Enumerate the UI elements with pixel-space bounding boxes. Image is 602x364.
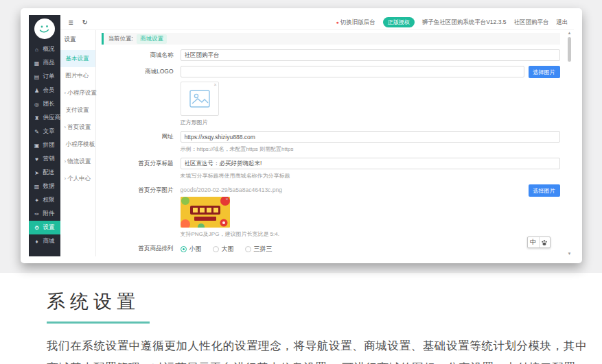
switch-old-label: 切换旧版后台 [340,19,375,25]
breadcrumb-current[interactable]: 商城设置 [137,34,167,44]
sidebar-item-leader[interactable]: ◎团长 [29,97,60,111]
submenu-item-miniprogram-template[interactable]: 小程序模板 [60,136,95,153]
page-title: 系统设置 [47,289,587,314]
sidebar-item-label: 商品 [43,59,55,67]
submenu-item-basic-settings[interactable]: 基本设置 [60,50,95,67]
submenu-header: 设置 [60,34,95,50]
license-badge[interactable]: 正版授权 [383,17,415,27]
mall-name-label: 商城名称 [102,49,181,61]
members-icon: ♟ [34,88,40,94]
sidebar-item-supplier[interactable]: ♜供应商 [29,111,60,125]
radio-label: 小图 [189,245,202,254]
goods-layout-label: 首页商品排列 [102,243,181,254]
sidebar-item-attachment[interactable]: ✑附件 [29,207,60,221]
home-icon: ⌂ [34,47,40,53]
image-placeholder-icon [189,90,210,108]
sidebar-item-orders[interactable]: ▤订单 [29,70,60,84]
hamburger-icon[interactable]: ≡ [69,18,73,27]
platform-name-label: 社区团购平台 [514,19,549,27]
switch-old-version-link[interactable]: ●切换旧版后台 [336,19,375,27]
submenu-item-profile-center[interactable]: ›个人中心 [60,170,95,187]
mall-name-input[interactable] [181,49,560,61]
translate-widget: 中 [527,236,551,248]
leader-icon: ◎ [34,101,40,108]
mall-logo-input[interactable] [181,66,524,77]
sidebar-item-delivery[interactable]: ➤配送 [29,166,60,180]
radio-label: 大图 [222,245,234,254]
chevron-right-icon: › [65,124,67,130]
submenu-item-label: 基本设置 [66,55,89,63]
share-image-preview[interactable]: × [181,197,230,228]
permission-icon: ✦ [34,197,40,204]
attachment-icon: ✑ [34,211,40,217]
submenu-item-label: 小程序设置 [67,89,97,97]
logo-caption: 正方形图片 [181,119,560,126]
article-section: 系统设置 我们在系统设置中遵循更加人性化的设置理念，将导航设置、商城设置、基础设… [0,273,602,364]
scrollbar-thumb[interactable] [568,37,571,62]
chevron-right-icon: › [65,158,67,165]
screenshot-band: ⌂概况 ▦商品 ▤订单 ♟会员 ◎团长 ♜供应商 ✎文章 ▣拼团 ♥营销 ➤配送… [0,0,602,273]
screenshot-card: ⌂概况 ▦商品 ▤订单 ♟会员 ◎团长 ♜供应商 ✎文章 ▣拼团 ♥营销 ➤配送… [21,8,582,263]
submenu-item-label: 物流设置 [67,158,91,166]
submenu-item-image-center[interactable]: 图片中心 [60,67,95,84]
sidebar-item-goods[interactable]: ▦商品 [29,56,60,70]
sidebar-item-settings[interactable]: ⚙设置 [29,221,60,234]
submenu-item-label: 小程序模板 [66,141,95,149]
choose-logo-button[interactable]: 选择图片 [529,66,560,78]
choose-share-image-button[interactable]: 选择图片 [529,184,560,197]
main-sidebar: ⌂概况 ▦商品 ▤订单 ♟会员 ◎团长 ♜供应商 ✎文章 ▣拼团 ♥营销 ➤配送… [29,15,60,256]
sidebar-item-articles[interactable]: ✎文章 [29,125,60,138]
sidebar-item-label: 权限 [43,196,55,204]
sidebar-item-label: 营销 [43,155,55,163]
radio-large-image[interactable]: 大图 [213,245,234,254]
sidebar-item-overview[interactable]: ⌂概况 [29,43,60,56]
logout-link[interactable]: 退出 [557,19,568,27]
sidebar-item-members[interactable]: ♟会员 [29,84,60,97]
share-image-hint: 支持PNG及JPG，建议图片长宽比是 5:4. [181,230,560,238]
radio-three-grid[interactable]: 三拼三 [245,245,273,254]
data-icon: ▥ [34,184,40,190]
settings-main: 当前位置: 商城设置 商城名称 商城LOGO [96,30,574,256]
sidebar-item-label: 设置 [43,223,55,232]
scroll-down-icon[interactable]: ▼ [568,252,572,256]
submenu-item-miniprogram-settings[interactable]: ›小程序设置 [60,84,95,101]
goods-layout-options: 小图 大图 三拼三 [181,243,560,254]
admin-app: ⌂概况 ▦商品 ▤订单 ♟会员 ◎团长 ♜供应商 ✎文章 ▣拼团 ♥营销 ➤配送… [29,15,574,256]
mall-icon: ♦ [34,239,40,245]
close-icon[interactable]: × [225,197,228,202]
scroll-up-icon[interactable]: ▲ [568,31,572,35]
submenu-item-logistics-settings[interactable]: ›物流设置 [60,153,95,170]
sidebar-item-mall[interactable]: ♦商城 [29,234,60,248]
site-url-hint: 示例：https://域名，未配置https 则需配置https [181,145,560,153]
sidebar-item-data[interactable]: ▥数据 [29,180,60,193]
translate-lang-button[interactable]: 中 [528,237,539,247]
gear-icon: ⚙ [34,225,40,231]
delivery-icon: ➤ [34,170,40,176]
promo-banner-image [181,197,230,228]
paw-icon[interactable] [539,237,550,247]
sidebar-item-label: 配送 [43,169,55,177]
sidebar-item-groupbuy[interactable]: ▣拼团 [29,138,60,152]
sidebar-item-label: 拼团 [43,141,55,149]
admin-topbar: ≡ ↻ ●切换旧版后台 正版授权 狮子鱼社区团购系统平台V12.3.5 社区团购… [60,15,574,30]
avatar[interactable] [34,19,55,39]
sidebar-item-permission[interactable]: ✦权限 [29,193,60,207]
submenu-item-payment-settings[interactable]: 支付设置 [60,101,95,119]
radio-icon [213,246,219,252]
site-url-input[interactable] [181,131,560,143]
submenu-item-home-settings[interactable]: ›首页设置 [60,119,95,136]
radio-icon [245,246,251,252]
logo-upload-preview[interactable]: × [181,82,219,116]
mall-logo-label: 商城LOGO [102,66,181,126]
sidebar-item-label: 订单 [43,73,55,81]
share-image-path: goods/2020-02-29/5a5a8ac46413c.png [181,184,560,193]
chevron-right-icon: › [65,175,67,182]
sidebar-item-marketing[interactable]: ♥营销 [29,152,60,166]
goods-icon: ▦ [34,60,40,66]
close-icon[interactable]: × [213,82,216,87]
radio-small-image[interactable]: 小图 [181,245,202,254]
site-url-label: 网址 [102,131,181,153]
refresh-icon[interactable]: ↻ [82,19,88,26]
share-title-input[interactable] [181,158,560,169]
article-icon: ✎ [34,129,40,135]
